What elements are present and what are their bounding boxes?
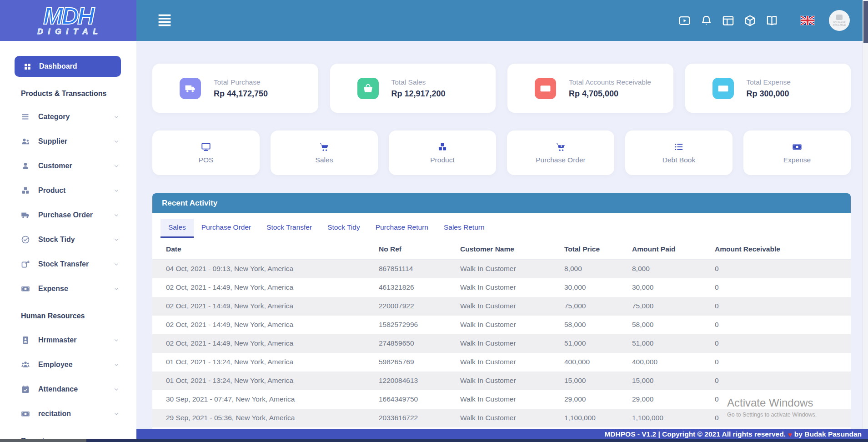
- stat-card-total-purchase: Total Purchase Rp 44,172,750: [152, 64, 318, 113]
- table-cell: 0: [715, 353, 851, 372]
- sidebar-item-recitation[interactable]: recitation: [0, 402, 136, 426]
- quick-link-purchase-order[interactable]: Purchase Order: [507, 131, 614, 175]
- horizontal-scrollbar-thumb[interactable]: [0, 439, 86, 442]
- chevron-down-icon: [113, 113, 120, 121]
- table-cell: Walk In Customer: [460, 409, 564, 427]
- cubes-icon: [21, 186, 30, 195]
- footer: MDHPOS - V1.2 | Copyright © 2021 All rig…: [136, 429, 868, 440]
- table-cell: 15,000: [564, 372, 632, 390]
- sidebar-item-customer[interactable]: Customer: [0, 154, 136, 178]
- table-cell: 29,000: [564, 390, 632, 409]
- stat-icon-tile: [712, 78, 734, 99]
- column-header: Amount Receivable: [715, 242, 851, 260]
- quick-link-debt-book[interactable]: Debt Book: [625, 131, 733, 175]
- table-row: 02 Oct, 2021 - 14:49, New York, America …: [152, 278, 851, 297]
- table-cell: 29 Sep, 2021 - 05:36, New York, America: [152, 409, 379, 427]
- bell-icon[interactable]: [700, 15, 712, 27]
- tab-purchase-order[interactable]: Purchase Order: [194, 219, 259, 238]
- chevron-down-icon: [113, 187, 120, 194]
- avatar[interactable]: NO IMAGE AVAILABLE: [829, 10, 850, 31]
- vertical-scrollbar-thumb[interactable]: [863, 1, 868, 43]
- quick-links: POS Sales Product Purchase Order Debt Bo…: [152, 131, 851, 175]
- table-cell: 0: [715, 409, 851, 427]
- sidebar-item-category[interactable]: Category: [0, 105, 136, 129]
- column-header: No Ref: [379, 242, 460, 260]
- users-icon: [21, 137, 30, 146]
- table-cell: 1664349750: [379, 390, 460, 409]
- table-cell: 30,000: [632, 278, 715, 297]
- chevron-down-icon: [113, 138, 120, 145]
- table-cell: 29,000: [632, 390, 715, 409]
- table-row: 02 Oct, 2021 - 14:49, New York, America …: [152, 297, 851, 316]
- table-cell: 01 Oct, 2021 - 13:24, New York, America: [152, 372, 379, 390]
- footer-copyright-text: MDHPOS - V1.2 | Copyright © 2021 All rig…: [604, 430, 786, 438]
- share-icon: [21, 260, 30, 269]
- users-group-icon: [21, 360, 30, 369]
- sidebar-item-product[interactable]: Product: [0, 178, 136, 203]
- cube-icon[interactable]: [744, 15, 756, 27]
- truck-icon: [185, 83, 196, 94]
- tab-stock-transfer[interactable]: Stock Transfer: [259, 219, 320, 238]
- tab-sales-return[interactable]: Sales Return: [436, 219, 492, 238]
- table-cell: 15,000: [632, 372, 715, 390]
- table-cell: 400,000: [632, 353, 715, 372]
- hamburger-icon: [157, 12, 172, 27]
- table-cell: Walk In Customer: [460, 297, 564, 316]
- chevron-down-icon: [113, 386, 120, 393]
- sales-table: Date No Ref Customer Name Total Price Am…: [152, 242, 851, 427]
- table-cell: Walk In Customer: [460, 260, 564, 278]
- table-cell: 461321826: [379, 278, 460, 297]
- tab-purchase-return[interactable]: Purchase Return: [368, 219, 436, 238]
- avatar-placeholder-text: NO IMAGE AVAILABLE: [829, 21, 850, 27]
- quick-link-product[interactable]: Product: [389, 131, 496, 175]
- table-cell: 0: [715, 278, 851, 297]
- sidebar-item-stock-tidy[interactable]: Stock Tidy: [0, 227, 136, 252]
- table-header-row: Date No Ref Customer Name Total Price Am…: [152, 242, 851, 260]
- chevron-down-icon: [113, 337, 120, 344]
- id-card-icon: [21, 336, 30, 345]
- quick-link-sales[interactable]: Sales: [271, 131, 378, 175]
- stat-icon-tile: [180, 78, 201, 99]
- quick-link-expense[interactable]: Expense: [743, 131, 851, 175]
- sidebar-item-hrmmaster[interactable]: Hrmmaster: [0, 328, 136, 352]
- sidebar-item-expense[interactable]: Expense: [0, 276, 136, 301]
- recent-activity-tabs: Sales Purchase Order Stock Transfer Stoc…: [152, 213, 851, 238]
- list-icon: [21, 112, 30, 121]
- stat-value: Rp 44,172,750: [214, 89, 268, 99]
- uk-flag-icon[interactable]: [801, 16, 814, 25]
- table-cell: 8,000: [632, 260, 715, 278]
- sidebar-item-purchase-order[interactable]: Purchase Order: [0, 203, 136, 227]
- video-icon[interactable]: [678, 15, 691, 27]
- window-panel-icon[interactable]: [722, 15, 734, 27]
- chevron-down-icon: [113, 236, 120, 243]
- chevron-down-icon: [113, 261, 120, 268]
- quick-link-pos[interactable]: POS: [152, 131, 260, 175]
- sidebar-menu: Category Supplier Customer Product Purch…: [0, 105, 136, 301]
- brand-logo[interactable]: MDH DIGITAL: [0, 0, 136, 41]
- table-cell: 30,000: [564, 278, 632, 297]
- book-icon[interactable]: [766, 15, 778, 27]
- sidebar-item-supplier[interactable]: Supplier: [0, 129, 136, 154]
- tab-stock-tidy[interactable]: Stock Tidy: [320, 219, 368, 238]
- stat-value: Rp 12,917,200: [391, 89, 446, 99]
- tab-sales[interactable]: Sales: [161, 219, 194, 238]
- money-icon: [21, 284, 30, 293]
- cart-icon: [319, 142, 329, 152]
- sidebar-item-employee[interactable]: Employee: [0, 352, 136, 377]
- vertical-scrollbar[interactable]: [863, 0, 868, 429]
- sidebar-toggle-button[interactable]: [157, 12, 173, 28]
- table-cell: Walk In Customer: [460, 353, 564, 372]
- monitor-icon: [201, 142, 211, 152]
- sidebar-item-stock-transfer[interactable]: Stock Transfer: [0, 252, 136, 276]
- table-row: 02 Oct, 2021 - 14:49, New York, America …: [152, 316, 851, 334]
- table-cell: 51,000: [632, 334, 715, 353]
- table-row: 29 Sep, 2021 - 05:36, New York, America …: [152, 409, 851, 427]
- sidebar-item-attendance[interactable]: Attendance: [0, 377, 136, 402]
- horizontal-scrollbar[interactable]: [0, 439, 868, 442]
- table-cell: Walk In Customer: [460, 372, 564, 390]
- column-header: Amount Paid: [632, 242, 715, 260]
- sidebar-item-dashboard[interactable]: Dashboard: [15, 56, 121, 77]
- table-cell: 274859650: [379, 334, 460, 353]
- table-cell: 58,000: [632, 316, 715, 334]
- table-row: 02 Oct, 2021 - 14:49, New York, America …: [152, 334, 851, 353]
